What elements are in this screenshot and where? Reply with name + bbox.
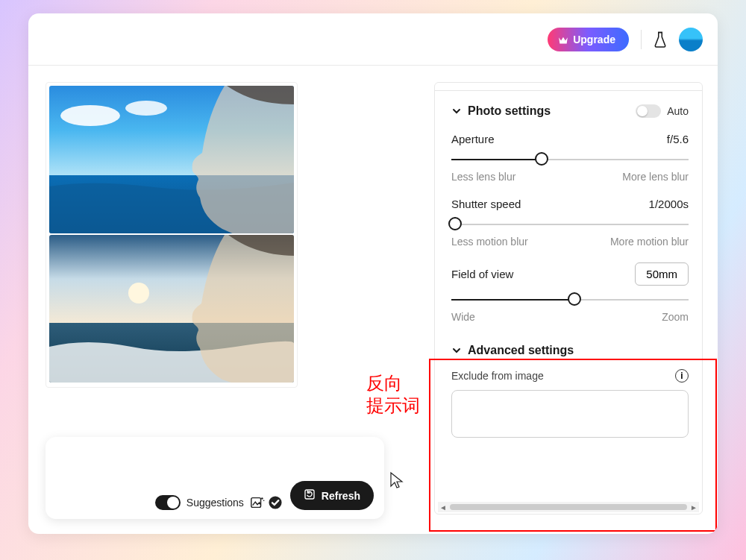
svg-point-10 [263, 500, 265, 501]
scroll-left-icon[interactable]: ◄ [438, 503, 448, 512]
avatar[interactable] [679, 28, 703, 51]
scroll-thumb[interactable] [450, 504, 687, 510]
auto-toggle[interactable] [636, 104, 661, 118]
upgrade-label: Upgrade [573, 34, 615, 45]
shutter-max-hint: More motion blur [610, 236, 689, 248]
exclude-label: Exclude from image [451, 370, 544, 382]
image-sparkle-icon[interactable] [250, 495, 265, 510]
settings-scroll[interactable]: Photo settings Auto Aperture f/5.6 [435, 83, 702, 502]
check-badge-icon [268, 495, 283, 510]
suggestions-label: Suggestions [186, 497, 244, 509]
aperture-max-hint: More lens blur [622, 171, 689, 183]
svg-point-9 [261, 497, 263, 500]
aperture-label: Aperture [451, 133, 495, 145]
svg-point-7 [128, 283, 149, 303]
info-icon[interactable]: i [675, 369, 689, 383]
generated-images [46, 82, 298, 388]
fov-max-hint: Zoom [662, 311, 689, 323]
fov-label: Field of view [451, 268, 513, 280]
result-image-1[interactable] [49, 86, 294, 233]
prompt-card: Suggestions Refresh [46, 437, 384, 519]
upgrade-button[interactable]: Upgrade [548, 28, 629, 51]
crown-icon [558, 35, 568, 44]
horizontal-scrollbar[interactable]: ◄ ► [438, 502, 699, 512]
fov-min-hint: Wide [451, 311, 475, 323]
chevron-down-icon[interactable] [451, 106, 462, 116]
aperture-value: f/5.6 [667, 133, 689, 145]
svg-point-4 [125, 101, 167, 116]
advanced-settings-title: Advanced settings [468, 344, 689, 357]
shutter-value: 1/2000s [649, 198, 689, 210]
aperture-min-hint: Less lens blur [451, 171, 515, 183]
aperture-slider[interactable] [451, 151, 689, 168]
result-image-2[interactable] [49, 235, 294, 383]
refresh-button[interactable]: Refresh [290, 481, 374, 510]
chevron-down-icon[interactable] [451, 345, 462, 356]
shutter-label: Shutter speed [451, 198, 521, 210]
refresh-icon [304, 488, 316, 503]
photo-settings-title: Photo settings [468, 104, 630, 118]
settings-panel: Photo settings Auto Aperture f/5.6 [434, 82, 703, 515]
fov-slider[interactable] [451, 292, 689, 308]
scroll-right-icon[interactable]: ► [689, 503, 699, 512]
exclude-input[interactable] [451, 390, 689, 438]
top-bar: Upgrade [28, 13, 718, 66]
auto-label: Auto [667, 105, 689, 117]
svg-point-3 [60, 105, 120, 126]
fov-value-box[interactable]: 50mm [635, 262, 689, 286]
shutter-slider[interactable] [451, 216, 689, 233]
suggestions-toggle[interactable] [155, 495, 181, 510]
refresh-label: Refresh [322, 490, 360, 502]
divider [641, 30, 642, 49]
annotation-text: 反向 提示词 [366, 372, 420, 417]
beaker-icon[interactable] [653, 31, 667, 48]
shutter-min-hint: Less motion blur [451, 236, 528, 248]
